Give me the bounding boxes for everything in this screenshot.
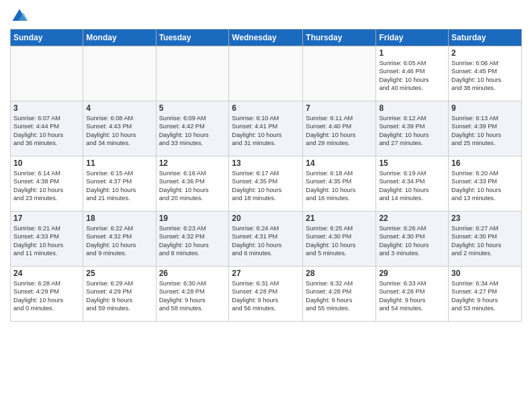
calendar-cell: 5Sunrise: 6:09 AM Sunset: 4:42 PM Daylig…	[156, 101, 229, 156]
calendar-header-friday: Friday	[376, 30, 449, 46]
day-info: Sunrise: 6:30 AM Sunset: 4:28 PM Dayligh…	[159, 279, 226, 313]
calendar-header-wednesday: Wednesday	[229, 30, 303, 46]
day-info: Sunrise: 6:14 AM Sunset: 4:38 PM Dayligh…	[13, 169, 80, 203]
day-number: 25	[86, 269, 152, 278]
day-info: Sunrise: 6:09 AM Sunset: 4:42 PM Dayligh…	[159, 114, 226, 148]
calendar-cell: 28Sunrise: 6:32 AM Sunset: 4:28 PM Dayli…	[303, 267, 376, 322]
day-number: 18	[86, 214, 152, 223]
day-info: Sunrise: 6:18 AM Sunset: 4:35 PM Dayligh…	[306, 169, 373, 203]
header	[10, 7, 522, 26]
day-number: 22	[379, 214, 445, 223]
calendar-cell	[11, 46, 83, 101]
day-info: Sunrise: 6:25 AM Sunset: 4:30 PM Dayligh…	[306, 224, 373, 258]
calendar-cell: 18Sunrise: 6:22 AM Sunset: 4:32 PM Dayli…	[83, 212, 156, 267]
day-number: 28	[306, 269, 373, 278]
day-number: 16	[451, 158, 519, 168]
calendar-header-monday: Monday	[83, 30, 156, 46]
day-info: Sunrise: 6:27 AM Sunset: 4:30 PM Dayligh…	[451, 224, 519, 258]
day-number: 30	[451, 269, 519, 278]
day-number: 8	[379, 103, 445, 113]
day-number: 21	[306, 214, 373, 223]
calendar-cell: 25Sunrise: 6:29 AM Sunset: 4:29 PM Dayli…	[83, 267, 156, 322]
calendar-header-thursday: Thursday	[303, 30, 376, 46]
day-info: Sunrise: 6:22 AM Sunset: 4:32 PM Dayligh…	[86, 224, 152, 258]
day-info: Sunrise: 6:28 AM Sunset: 4:29 PM Dayligh…	[13, 279, 80, 313]
calendar-cell: 17Sunrise: 6:21 AM Sunset: 4:33 PM Dayli…	[11, 212, 83, 267]
day-number: 27	[232, 269, 300, 278]
day-info: Sunrise: 6:20 AM Sunset: 4:33 PM Dayligh…	[451, 169, 519, 203]
day-number: 20	[232, 214, 300, 223]
calendar-cell: 10Sunrise: 6:14 AM Sunset: 4:38 PM Dayli…	[11, 156, 83, 212]
day-info: Sunrise: 6:05 AM Sunset: 4:46 PM Dayligh…	[379, 59, 445, 93]
day-number: 15	[379, 158, 445, 168]
calendar-cell: 9Sunrise: 6:13 AM Sunset: 4:39 PM Daylig…	[449, 101, 522, 156]
calendar-cell: 11Sunrise: 6:15 AM Sunset: 4:37 PM Dayli…	[83, 156, 156, 212]
page-container: SundayMondayTuesdayWednesdayThursdayFrid…	[0, 0, 532, 325]
calendar-cell: 23Sunrise: 6:27 AM Sunset: 4:30 PM Dayli…	[449, 212, 522, 267]
calendar-header-sunday: Sunday	[11, 30, 83, 46]
calendar-cell: 21Sunrise: 6:25 AM Sunset: 4:30 PM Dayli…	[303, 212, 376, 267]
day-info: Sunrise: 6:26 AM Sunset: 4:30 PM Dayligh…	[379, 224, 445, 258]
day-info: Sunrise: 6:19 AM Sunset: 4:34 PM Dayligh…	[379, 169, 445, 203]
day-number: 14	[306, 158, 373, 168]
day-number: 5	[159, 103, 226, 113]
calendar-cell: 26Sunrise: 6:30 AM Sunset: 4:28 PM Dayli…	[156, 267, 229, 322]
day-number: 12	[159, 158, 226, 168]
calendar-cell: 4Sunrise: 6:08 AM Sunset: 4:43 PM Daylig…	[83, 101, 156, 156]
day-info: Sunrise: 6:13 AM Sunset: 4:39 PM Dayligh…	[451, 114, 519, 148]
day-info: Sunrise: 6:10 AM Sunset: 4:41 PM Dayligh…	[232, 114, 300, 148]
calendar-header-saturday: Saturday	[449, 30, 522, 46]
logo-icon	[10, 7, 29, 26]
day-info: Sunrise: 6:32 AM Sunset: 4:28 PM Dayligh…	[306, 279, 373, 313]
day-number: 24	[13, 269, 80, 278]
day-number: 26	[159, 269, 226, 278]
calendar-week-1: 1Sunrise: 6:05 AM Sunset: 4:46 PM Daylig…	[11, 46, 522, 101]
day-info: Sunrise: 6:17 AM Sunset: 4:35 PM Dayligh…	[232, 169, 300, 203]
day-number: 19	[159, 214, 226, 223]
calendar: SundayMondayTuesdayWednesdayThursdayFrid…	[10, 29, 522, 322]
calendar-week-5: 24Sunrise: 6:28 AM Sunset: 4:29 PM Dayli…	[11, 267, 522, 322]
day-info: Sunrise: 6:06 AM Sunset: 4:45 PM Dayligh…	[451, 59, 519, 93]
day-info: Sunrise: 6:08 AM Sunset: 4:43 PM Dayligh…	[86, 114, 152, 148]
calendar-cell: 24Sunrise: 6:28 AM Sunset: 4:29 PM Dayli…	[11, 267, 83, 322]
calendar-cell: 1Sunrise: 6:05 AM Sunset: 4:46 PM Daylig…	[376, 46, 449, 101]
day-info: Sunrise: 6:23 AM Sunset: 4:32 PM Dayligh…	[159, 224, 226, 258]
day-number: 9	[451, 103, 519, 113]
day-number: 1	[379, 48, 445, 58]
calendar-cell: 22Sunrise: 6:26 AM Sunset: 4:30 PM Dayli…	[376, 212, 449, 267]
calendar-week-4: 17Sunrise: 6:21 AM Sunset: 4:33 PM Dayli…	[11, 212, 522, 267]
day-number: 4	[86, 103, 152, 113]
calendar-header-row: SundayMondayTuesdayWednesdayThursdayFrid…	[11, 30, 522, 46]
day-info: Sunrise: 6:12 AM Sunset: 4:39 PM Dayligh…	[379, 114, 445, 148]
day-number: 11	[86, 158, 152, 168]
calendar-cell	[83, 46, 156, 101]
calendar-week-2: 3Sunrise: 6:07 AM Sunset: 4:44 PM Daylig…	[11, 101, 522, 156]
calendar-cell: 13Sunrise: 6:17 AM Sunset: 4:35 PM Dayli…	[229, 156, 303, 212]
day-number: 3	[13, 103, 80, 113]
day-info: Sunrise: 6:29 AM Sunset: 4:29 PM Dayligh…	[86, 279, 152, 313]
calendar-cell: 16Sunrise: 6:20 AM Sunset: 4:33 PM Dayli…	[449, 156, 522, 212]
calendar-cell	[229, 46, 303, 101]
day-info: Sunrise: 6:34 AM Sunset: 4:27 PM Dayligh…	[451, 279, 519, 313]
day-number: 17	[13, 214, 80, 223]
calendar-cell	[303, 46, 376, 101]
day-number: 13	[232, 158, 300, 168]
calendar-cell: 2Sunrise: 6:06 AM Sunset: 4:45 PM Daylig…	[449, 46, 522, 101]
calendar-cell: 14Sunrise: 6:18 AM Sunset: 4:35 PM Dayli…	[303, 156, 376, 212]
day-number: 23	[451, 214, 519, 223]
day-number: 2	[451, 48, 519, 58]
calendar-header-tuesday: Tuesday	[156, 30, 229, 46]
calendar-cell: 15Sunrise: 6:19 AM Sunset: 4:34 PM Dayli…	[376, 156, 449, 212]
calendar-cell: 3Sunrise: 6:07 AM Sunset: 4:44 PM Daylig…	[11, 101, 83, 156]
calendar-cell: 7Sunrise: 6:11 AM Sunset: 4:40 PM Daylig…	[303, 101, 376, 156]
calendar-cell: 19Sunrise: 6:23 AM Sunset: 4:32 PM Dayli…	[156, 212, 229, 267]
day-info: Sunrise: 6:33 AM Sunset: 4:28 PM Dayligh…	[379, 279, 445, 313]
day-info: Sunrise: 6:21 AM Sunset: 4:33 PM Dayligh…	[13, 224, 80, 258]
logo	[10, 7, 32, 26]
day-info: Sunrise: 6:24 AM Sunset: 4:31 PM Dayligh…	[232, 224, 300, 258]
calendar-cell: 6Sunrise: 6:10 AM Sunset: 4:41 PM Daylig…	[229, 101, 303, 156]
day-number: 10	[13, 158, 80, 168]
day-info: Sunrise: 6:07 AM Sunset: 4:44 PM Dayligh…	[13, 114, 80, 148]
calendar-week-3: 10Sunrise: 6:14 AM Sunset: 4:38 PM Dayli…	[11, 156, 522, 212]
day-number: 6	[232, 103, 300, 113]
